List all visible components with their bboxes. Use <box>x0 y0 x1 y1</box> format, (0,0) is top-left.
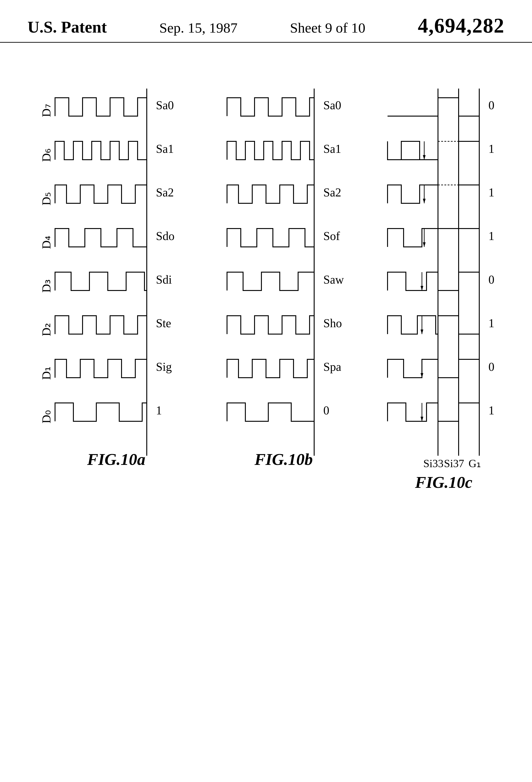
svg-marker-13 <box>421 286 423 290</box>
val1-label-c5: 1 <box>488 404 494 417</box>
val1-label-c4: 1 <box>488 317 494 330</box>
si33-label: Si33 <box>423 457 444 469</box>
sa2-label-b: Sa2 <box>323 186 341 199</box>
sa1-label-a: Sa1 <box>156 142 174 155</box>
patent-number: 4,694,282 <box>418 14 504 37</box>
d6-label: D₆ <box>40 148 53 162</box>
d4-label: D₄ <box>40 236 53 249</box>
si37-label: Si37 <box>444 457 464 469</box>
main-content: D₇ Sa0 D₆ Sa1 D₅ Sa2 D₄ Sdo D₃ Sdi D₂ <box>0 43 532 648</box>
sdo-label-a: Sdo <box>156 229 175 243</box>
saw-label-b: Saw <box>323 273 344 286</box>
sdi-label-a: Sdi <box>156 273 172 286</box>
fig10c: 0 1 1 1 <box>387 88 494 492</box>
val0-label-c2: 0 <box>488 273 494 286</box>
d2-label: D₂ <box>40 323 53 336</box>
brand: U.S. Patent <box>28 18 107 37</box>
fig10a-label: FIG.10a <box>87 450 145 468</box>
d5-label: D₅ <box>40 192 53 206</box>
sa2-label-a: Sa2 <box>156 186 174 199</box>
fig10c-label: FIG.10c <box>415 473 472 492</box>
sa0-label-b: Sa0 <box>323 99 341 112</box>
svg-marker-19 <box>421 417 423 421</box>
fig10b: Sa0 Sa1 Sa2 Sof Saw Sho Spa 0 FIG.10b <box>227 88 344 468</box>
svg-marker-11 <box>423 242 426 247</box>
spa-label-b: Spa <box>323 360 341 373</box>
timing-diagrams: D₇ Sa0 D₆ Sa1 D₅ Sa2 D₄ Sdo D₃ Sdi D₂ <box>18 70 514 621</box>
sheet: Sheet 9 of 10 <box>290 20 365 36</box>
d7-label: D₇ <box>40 104 53 117</box>
val1-label-c1: 1 <box>488 142 494 155</box>
fig10a: D₇ Sa0 D₆ Sa1 D₅ Sa2 D₄ Sdo D₃ Sdi D₂ <box>40 88 175 468</box>
svg-marker-9 <box>423 199 426 203</box>
sa0-label-a: Sa0 <box>156 99 174 112</box>
g1-label: G₁ <box>468 457 481 469</box>
page-header: U.S. Patent Sep. 15, 1987 Sheet 9 of 10 … <box>0 0 532 43</box>
date: Sep. 15, 1987 <box>159 20 237 36</box>
d0-label: D₀ <box>40 410 53 424</box>
svg-marker-17 <box>421 373 423 378</box>
sig-label-a: Sig <box>156 360 172 373</box>
ste-label-a: Ste <box>156 317 171 330</box>
sho-label-b: Sho <box>323 317 342 330</box>
d1-label: D₁ <box>40 366 53 380</box>
svg-marker-6 <box>423 155 426 160</box>
val0-label-c1: 0 <box>488 99 494 112</box>
sa1-label-b: Sa1 <box>323 142 341 155</box>
d3-label: D₃ <box>40 279 53 293</box>
zero-label-b: 0 <box>323 404 329 417</box>
val1-label-c3: 1 <box>488 229 494 243</box>
sof-label-b: Sof <box>323 229 340 243</box>
one-label-a: 1 <box>156 404 162 417</box>
val0-label-c3: 0 <box>488 360 494 373</box>
fig10b-label: FIG.10b <box>254 450 313 468</box>
val1-label-c2: 1 <box>488 186 494 199</box>
svg-marker-15 <box>421 329 423 334</box>
